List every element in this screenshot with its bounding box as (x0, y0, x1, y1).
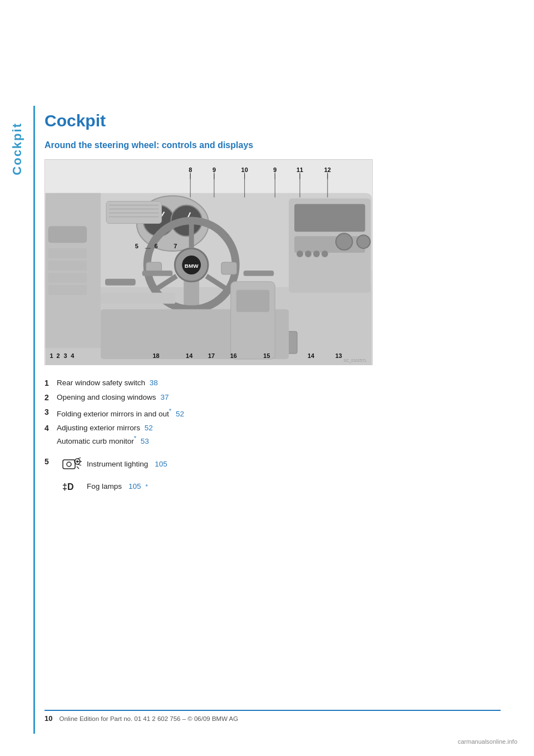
svg-text:13: 13 (335, 352, 342, 359)
svg-text:1: 1 (50, 352, 53, 359)
sidebar-label: Cockpit (10, 122, 24, 175)
legend-num-5: 5 (44, 456, 57, 466)
svg-point-33 (336, 233, 353, 250)
svg-rect-25 (244, 271, 274, 276)
legend-item-1: 1 Rear window safety switch 38 (44, 377, 501, 389)
legend-num-3: 3 (44, 406, 57, 418)
page-container: Cockpit Cockpit Around the steering whee… (0, 0, 534, 756)
svg-text:17: 17 (208, 352, 215, 359)
legend-item-2: 2 Opening and closing windows 37 (44, 392, 501, 404)
item5-foglamps-label: Fog lamps (87, 482, 122, 490)
footer-copyright: Online Edition for Part no. 01 41 2 602 … (59, 715, 238, 722)
svg-text:SC_0102571: SC_0102571 (344, 359, 367, 363)
legend-text-1: Rear window safety switch 38 (57, 377, 501, 389)
svg-text:11: 11 (296, 166, 303, 173)
footer-page-number: 10 (44, 714, 52, 723)
svg-rect-24 (142, 271, 173, 276)
svg-rect-27 (294, 204, 365, 232)
legend-num-4: 4 (44, 423, 57, 434)
page-footer: 10 Online Edition for Part no. 01 41 2 6… (44, 710, 501, 723)
main-content: Cockpit Around the steering wheel: contr… (44, 0, 534, 495)
svg-text:9: 9 (212, 166, 216, 173)
legend-page-1[interactable]: 38 (150, 379, 158, 387)
svg-rect-6 (48, 261, 87, 271)
svg-point-90 (76, 460, 78, 463)
svg-point-34 (357, 235, 370, 248)
cockpit-diagram-container: BMW (44, 159, 373, 365)
star-3: * (169, 408, 171, 414)
svg-rect-35 (106, 202, 161, 224)
item5-row-1: Instrument lighting 105 (61, 456, 167, 473)
svg-text:18: 18 (152, 352, 159, 359)
svg-text:6: 6 (154, 243, 157, 249)
svg-point-32 (322, 251, 328, 257)
svg-text:7: 7 (174, 243, 177, 249)
svg-text:3: 3 (63, 352, 67, 359)
svg-text:10: 10 (241, 166, 248, 173)
item5-instrument-page[interactable]: 105 (155, 460, 167, 468)
legend-page-4a[interactable]: 52 (145, 424, 153, 432)
svg-text:5: 5 (135, 243, 139, 249)
legend-page-2[interactable]: 37 (160, 393, 169, 401)
svg-point-31 (313, 251, 320, 257)
star-5-fog: * (146, 483, 148, 490)
star-4: * (134, 435, 136, 441)
legend-text-4: Adjusting exterior mirrors 52 Automatic … (57, 423, 501, 447)
instrument-lighting-icon (61, 456, 82, 473)
legend-item-5: 5 (44, 456, 501, 495)
legend-page-3[interactable]: 52 (176, 410, 184, 418)
legend-item-3: 3 Folding exterior mirrors in and out* 5… (44, 406, 501, 420)
left-accent-line (33, 106, 35, 734)
page-title: Cockpit (44, 111, 501, 130)
svg-point-84 (67, 462, 71, 467)
svg-rect-28 (294, 236, 365, 253)
svg-text:15: 15 (263, 352, 270, 359)
svg-text:8: 8 (189, 166, 192, 173)
legend-item-4: 4 Adjusting exterior mirrors 52 Automati… (44, 423, 501, 447)
svg-text:BMW: BMW (185, 263, 199, 269)
svg-text:12: 12 (324, 166, 331, 173)
legend-text-3: Folding exterior mirrors in and out* 52 (57, 406, 501, 420)
svg-text:2: 2 (56, 352, 60, 359)
legend-text-2: Opening and closing windows 37 (57, 392, 501, 403)
svg-rect-83 (63, 460, 75, 469)
item5-rows: Instrument lighting 105 ‡D Fog lamps 105… (61, 456, 167, 495)
svg-text:9: 9 (273, 166, 276, 173)
svg-rect-23 (221, 262, 237, 274)
legend-num-1: 1 (44, 377, 57, 389)
legend-list: 1 Rear window safety switch 38 2 Opening… (44, 377, 501, 447)
svg-text:16: 16 (230, 352, 237, 359)
svg-rect-4 (48, 226, 87, 243)
svg-text:14: 14 (308, 352, 315, 359)
svg-rect-48 (105, 279, 136, 286)
item5-row-2: ‡D Fog lamps 105 * (61, 478, 167, 495)
fog-lamps-icon: ‡D (61, 478, 82, 495)
legend-page-4b[interactable]: 53 (141, 437, 149, 445)
svg-text:4: 4 (71, 352, 75, 359)
svg-line-88 (77, 467, 79, 469)
svg-text:‡D: ‡D (62, 482, 73, 492)
cockpit-diagram-svg: BMW (45, 160, 372, 365)
legend-num-2: 2 (44, 392, 57, 404)
item5-foglamps-page[interactable]: 105 (128, 482, 141, 490)
svg-rect-5 (48, 248, 87, 258)
item5-instrument-label: Instrument lighting (87, 460, 148, 468)
svg-rect-47 (101, 293, 175, 304)
svg-text:14: 14 (186, 352, 193, 359)
svg-point-30 (305, 251, 312, 257)
watermark-logo: carmanualsonline.info (458, 738, 517, 745)
svg-rect-8 (48, 285, 87, 295)
svg-rect-46 (236, 290, 270, 312)
svg-point-29 (296, 251, 303, 257)
section-heading: Around the steering wheel: controls and … (44, 140, 501, 150)
svg-rect-7 (48, 273, 87, 283)
